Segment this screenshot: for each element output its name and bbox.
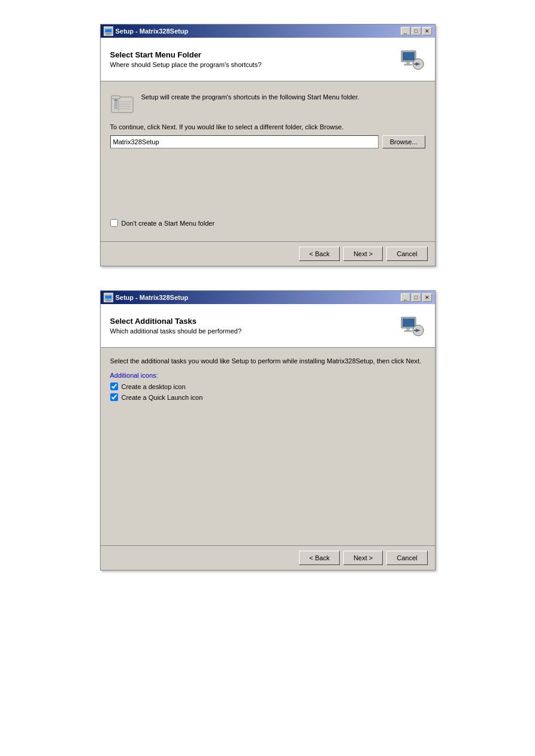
close-button-2[interactable]: ✕ — [422, 293, 432, 302]
app-icon-1 — [104, 26, 113, 36]
svg-rect-21 — [114, 107, 117, 108]
header-subtitle-2: Which additional tasks should be perform… — [110, 327, 242, 335]
app-icon-2 — [104, 293, 113, 302]
tasks-intro-2: Select the additional tasks you would li… — [110, 357, 425, 365]
footer-area-2: < Back Next > Cancel — [101, 545, 435, 570]
no-start-menu-label-1[interactable]: Don't create a Start Menu folder — [122, 220, 215, 227]
desktop-icon-row-2: Create a desktop icon — [110, 382, 425, 390]
quicklaunch-icon-label-2[interactable]: Create a Quick Launch icon — [122, 394, 203, 401]
svg-rect-3 — [106, 34, 111, 35]
setup-icon-2 — [398, 312, 424, 339]
svg-rect-10 — [414, 63, 416, 65]
cancel-button-2[interactable]: Cancel — [386, 551, 427, 565]
next-button-2[interactable]: Next > — [343, 551, 383, 565]
window-title-1: Setup - Matrix328Setup — [116, 28, 189, 35]
next-button-1[interactable]: Next > — [343, 247, 383, 261]
svg-rect-27 — [403, 318, 415, 327]
close-button-1[interactable]: ✕ — [422, 27, 432, 35]
minimize-button-2[interactable]: _ — [401, 293, 410, 302]
browse-button-1[interactable]: Browse... — [382, 135, 425, 148]
header-title-2: Select Additional Tasks — [110, 317, 242, 326]
no-start-menu-checkbox-1[interactable] — [110, 219, 118, 227]
no-start-menu-row-1: Don't create a Start Menu folder — [110, 213, 425, 232]
svg-rect-5 — [403, 52, 415, 60]
info-text-1: Setup will create the program's shortcut… — [141, 91, 359, 101]
window2: Setup - Matrix328Setup _ □ ✕ Select Addi… — [100, 290, 436, 570]
title-bar-left-1: Setup - Matrix328Setup — [104, 26, 189, 36]
svg-rect-18 — [114, 99, 117, 101]
title-bar-1: Setup - Matrix328Setup _ □ ✕ — [101, 25, 435, 38]
quicklaunch-icon-checkbox-2[interactable] — [110, 393, 118, 401]
window-title-2: Setup - Matrix328Setup — [116, 294, 189, 301]
tasks-section-label-2: Additional icons: — [110, 372, 425, 379]
header-area-1: Select Start Menu Folder Where should Se… — [101, 38, 435, 81]
header-title-1: Select Start Menu Folder — [110, 50, 262, 59]
body-area-1: Setup will create the program's shortcut… — [101, 81, 435, 241]
svg-rect-23 — [105, 296, 111, 299]
folder-icon-1 — [110, 91, 134, 115]
spacer-1 — [110, 153, 425, 213]
svg-rect-12 — [111, 96, 120, 99]
header-icon-2 — [397, 311, 425, 340]
back-button-2[interactable]: < Back — [299, 551, 340, 565]
svg-rect-29 — [404, 330, 412, 332]
svg-rect-19 — [114, 102, 117, 104]
header-icon-1 — [397, 45, 425, 74]
folder-input-1[interactable] — [110, 135, 379, 148]
header-text-1: Select Start Menu Folder Where should Se… — [110, 50, 262, 68]
title-bar-left-2: Setup - Matrix328Setup — [104, 293, 189, 302]
folder-input-row-1: Browse... — [110, 135, 425, 148]
restore-button-1[interactable]: □ — [412, 27, 421, 35]
svg-rect-20 — [114, 105, 117, 106]
tasks-spacer-2 — [110, 404, 425, 536]
desktop-icon-label-2[interactable]: Create a desktop icon — [122, 383, 186, 390]
window1: Setup - Matrix328Setup _ □ ✕ Select Star… — [100, 24, 436, 266]
svg-rect-25 — [106, 300, 111, 301]
info-row-1: Setup will create the program's shortcut… — [110, 91, 425, 115]
restore-button-2[interactable]: □ — [412, 293, 421, 302]
header-area-2: Select Additional Tasks Which additional… — [101, 304, 435, 348]
tasks-body-2: Select the additional tasks you would li… — [101, 348, 435, 545]
svg-rect-7 — [404, 64, 412, 65]
header-text-2: Select Additional Tasks Which additional… — [110, 317, 242, 335]
setup-icon-1 — [398, 46, 424, 72]
title-bar-buttons-2: _ □ ✕ — [401, 293, 432, 302]
minimize-button-1[interactable]: _ — [401, 27, 410, 35]
back-button-1[interactable]: < Back — [299, 247, 340, 261]
svg-rect-32 — [414, 330, 416, 331]
desktop-icon-checkbox-2[interactable] — [110, 382, 118, 390]
header-subtitle-1: Where should Setup place the program's s… — [110, 61, 262, 68]
instruction-text-1: To continue, click Next. If you would li… — [110, 123, 425, 130]
title-bar-buttons-1: _ □ ✕ — [401, 27, 432, 35]
title-bar-2: Setup - Matrix328Setup _ □ ✕ — [101, 291, 435, 304]
quicklaunch-icon-row-2: Create a Quick Launch icon — [110, 393, 425, 401]
footer-area-1: < Back Next > Cancel — [101, 241, 435, 266]
svg-rect-1 — [105, 29, 111, 32]
cancel-button-1[interactable]: Cancel — [386, 247, 427, 261]
